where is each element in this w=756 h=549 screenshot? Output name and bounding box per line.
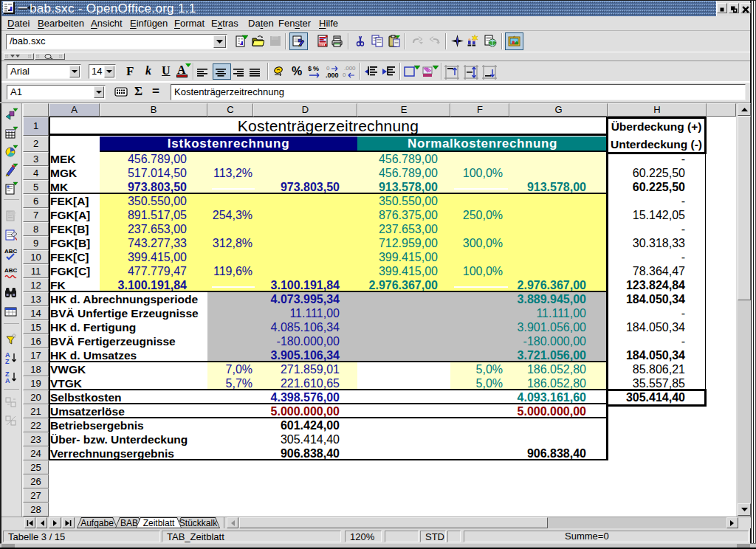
svg-text:.000: .000 (344, 65, 356, 72)
svg-text:0: 0 (326, 65, 330, 72)
svg-text:%: % (313, 65, 319, 72)
svg-text:ABC: ABC (4, 248, 18, 255)
svg-text:.000: .000 (326, 72, 339, 79)
svg-text:$: $ (308, 65, 312, 72)
svg-text:A: A (5, 377, 10, 384)
svg-text:Z: Z (5, 358, 10, 365)
svg-text:ABC: ABC (4, 267, 18, 274)
svg-text:0: 0 (343, 72, 346, 78)
